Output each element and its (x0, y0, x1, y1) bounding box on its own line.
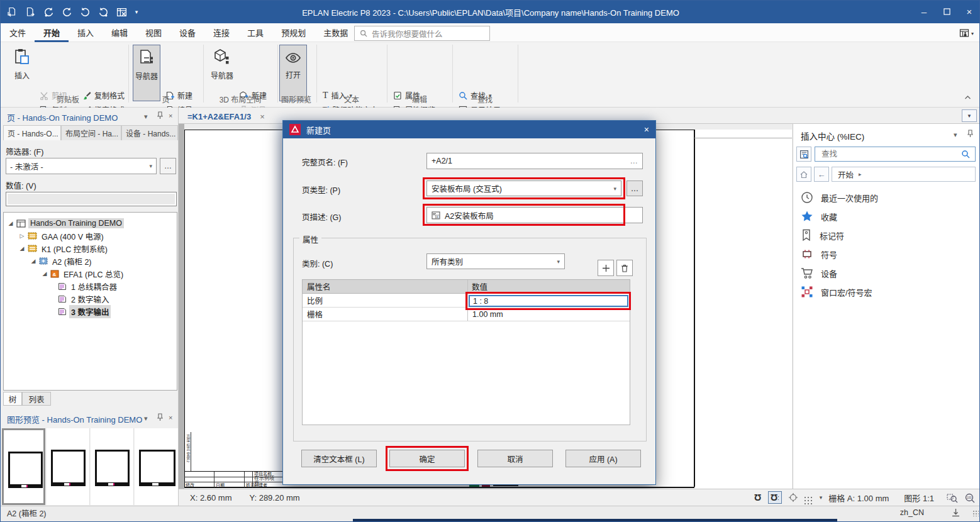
expander-icon[interactable]: ◢ (30, 258, 36, 264)
page-thumbnail-2[interactable] (47, 428, 90, 505)
dialog-close-icon[interactable]: × (644, 125, 649, 135)
grid-dropdown-icon[interactable]: ▾ (820, 494, 823, 501)
snap-active-icon[interactable]: Ω: (768, 491, 782, 504)
minimize-button[interactable]: – (913, 1, 935, 22)
qat-customize-icon[interactable]: ▾ (133, 5, 140, 19)
tab-close-icon[interactable]: × (260, 112, 265, 121)
insert-item-recent[interactable]: 最近一次使用的 (801, 188, 977, 207)
col-property-name[interactable]: 属性名 (303, 280, 467, 292)
tab-file[interactable]: 文件 (1, 23, 35, 42)
page-type-browse-button[interactable]: … (626, 180, 643, 196)
workspace-icon[interactable]: ▾ (959, 26, 978, 41)
zoom-100-icon[interactable]: 100 (964, 492, 976, 503)
expander-icon[interactable]: ◢ (19, 245, 25, 252)
tab-home[interactable]: 开始 (35, 23, 69, 42)
insert-item-favorites[interactable]: 收藏 (801, 207, 977, 226)
back-button[interactable]: ← (814, 167, 829, 182)
expander-icon[interactable]: ◢ (42, 270, 48, 277)
view-tab-list[interactable]: 列表 (22, 392, 51, 406)
page-navigator-big-button[interactable]: 导航器 (133, 45, 160, 101)
page-type-combobox[interactable]: 安装板布局 (交互式) ▾ (426, 180, 621, 196)
tree-row-page1[interactable]: 1 总线耦合器 (58, 280, 119, 292)
new-page-icon[interactable] (6, 5, 18, 19)
tab-list-dropdown[interactable]: ▼ (962, 109, 977, 122)
insert-item-devices[interactable]: 设备 (801, 264, 977, 282)
panel-menu-icon[interactable]: ▾ (144, 113, 148, 121)
tell-me-search[interactable]: 告诉我你想要做什么 (354, 26, 490, 41)
category-combobox[interactable]: 所有类别 ▾ (426, 253, 565, 269)
tree-row-gaa[interactable]: ▷ GAA (400 V 电源) (19, 230, 106, 242)
delete-property-button[interactable] (616, 260, 633, 276)
full-page-name-field[interactable]: +A2/1 … (426, 153, 643, 169)
value-field[interactable] (6, 192, 177, 206)
preview-open-big-button[interactable]: 打开 (279, 45, 307, 101)
dock-tab-pages[interactable]: 页 - Hands-O... (3, 125, 61, 140)
dock-tab-devices[interactable]: 设备 - Hands... (121, 125, 178, 140)
property-row-grid[interactable]: 栅格 1.00 mm (303, 308, 630, 321)
breadcrumb[interactable]: 开始 ▸ (832, 167, 976, 182)
home-button[interactable] (796, 167, 811, 182)
tab-edit[interactable]: 编辑 (103, 23, 136, 42)
insert-center-search[interactable] (815, 147, 976, 162)
zoom-area-icon[interactable] (947, 492, 958, 503)
tab-connect[interactable]: 连接 (204, 23, 238, 42)
undo-list-icon[interactable] (42, 5, 55, 19)
name-ellipsis-icon[interactable]: … (630, 157, 638, 165)
apply-button[interactable]: 应用 (A) (565, 450, 641, 467)
insert-search-input[interactable] (820, 149, 961, 159)
pin-icon[interactable] (157, 111, 163, 119)
filter-combobox[interactable]: - 未激活 -▾ (6, 158, 157, 174)
space3d-navigator-big-button[interactable]: 导航器 (208, 45, 236, 101)
tab-preplanning[interactable]: 预规划 (272, 23, 315, 42)
redo-list-icon[interactable] (97, 5, 109, 19)
close-panel-icon[interactable]: × (169, 112, 172, 119)
pin-icon[interactable] (157, 413, 163, 421)
scale-value-editor[interactable]: 1 : 8 (469, 295, 628, 307)
redo-icon[interactable] (79, 5, 91, 19)
tab-masterdata[interactable]: 主数据 (315, 23, 357, 42)
tree-row-page2[interactable]: 2 数字输入 (58, 292, 111, 305)
pin-icon[interactable] (967, 130, 973, 138)
dock-tab-layoutspace[interactable]: 布局空间 - Ha... (61, 125, 121, 140)
grid-icon[interactable] (805, 497, 806, 498)
page-thumbnail-3[interactable] (91, 428, 134, 505)
insert-big-button[interactable]: 插入 (8, 45, 36, 101)
design-mode-icon[interactable] (788, 492, 798, 503)
page-thumbnail-1[interactable] (2, 428, 45, 505)
table-close-icon[interactable] (115, 5, 128, 19)
insert-item-macros[interactable]: 窗口宏/符号宏 (801, 282, 977, 301)
tab-tools[interactable]: 工具 (238, 23, 272, 42)
panel-menu-icon[interactable]: ▾ (954, 131, 957, 139)
insert-item-symbols[interactable]: 符号 (801, 245, 977, 264)
snap-icon[interactable]: Ω (754, 492, 761, 503)
tree-row-a2[interactable]: ◢ A2 (箱柜 2) (30, 255, 94, 267)
tab-insert[interactable]: 插入 (69, 23, 103, 42)
insert-item-markers[interactable]: 标记符 (801, 226, 977, 245)
tree-row-efa1[interactable]: ◢ & EFA1 (PLC 总览) (42, 267, 125, 280)
tab-view[interactable]: 视图 (136, 23, 170, 42)
expander-icon[interactable]: ◢ (8, 220, 14, 226)
page-thumbnail-4[interactable] (135, 428, 178, 505)
filter-ellipsis-button[interactable]: … (160, 158, 176, 174)
close-button[interactable]: × (958, 1, 980, 22)
ok-button[interactable]: 确定 (389, 450, 465, 467)
dialog-title-bar[interactable]: 新建页 × (283, 121, 655, 138)
tree-row-page3[interactable]: 3 数字输出 (58, 305, 111, 318)
close-panel-icon[interactable]: × (169, 414, 172, 421)
page-desc-field[interactable]: A A2安装板布局 (426, 207, 643, 223)
resize-grip[interactable] (972, 510, 979, 516)
clear-textbox-button[interactable]: 清空文本框 (L) (301, 450, 377, 467)
results-button[interactable] (796, 147, 811, 162)
expander-icon[interactable]: ▷ (19, 233, 25, 239)
tree-row-k1[interactable]: ◢ K1 (PLC 控制系统) (19, 242, 109, 255)
ribbon-collapse-icon[interactable] (964, 95, 971, 100)
language-indicator[interactable]: zh_CN (900, 508, 924, 517)
tree-row-project[interactable]: ◢ Hands-On Training DEMO (8, 217, 124, 230)
download-icon[interactable] (951, 508, 961, 517)
cancel-button[interactable]: 取消 (477, 450, 553, 467)
panel-menu-icon[interactable]: ▾ (144, 414, 148, 423)
new-project-icon[interactable] (24, 5, 36, 19)
view-tab-tree[interactable]: 树 (3, 392, 22, 406)
tab-device[interactable]: 设备 (170, 23, 204, 42)
breadcrumb-item[interactable]: 开始 (838, 169, 854, 180)
